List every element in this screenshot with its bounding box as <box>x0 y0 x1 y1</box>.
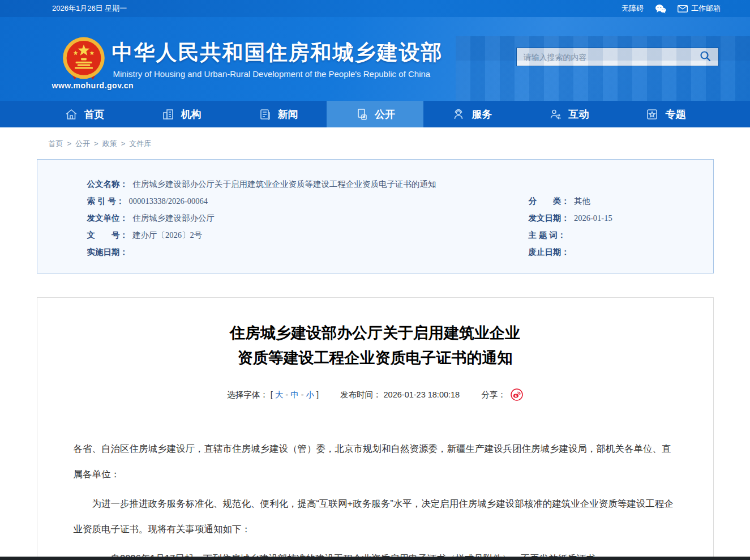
meta-label: 分 类： <box>529 193 570 210</box>
meta-issuing-unit: 发文单位： 住房城乡建设部办公厅 <box>87 210 529 226</box>
publish-time-label: 发布时间： <box>340 390 382 400</box>
publish-time-group: 发布时间： 2026-01-23 18:00:18 <box>340 390 460 400</box>
font-size-small-link[interactable]: 小 <box>306 390 315 400</box>
work-mailbox-link[interactable]: 工作邮箱 <box>678 3 721 14</box>
document-metadata-panel: 公文名称： 住房城乡建设部办公厅关于启用建筑业企业资质等建设工程企业资质电子证书… <box>37 159 714 273</box>
home-icon <box>65 108 78 121</box>
breadcrumb-separator: > <box>121 139 126 148</box>
service-icon <box>452 108 465 121</box>
meta-subject-words: 主 题 词： <box>529 226 713 243</box>
breadcrumb-separator: > <box>67 139 72 148</box>
meta-label: 公文名称： <box>87 176 128 193</box>
nav-label: 机构 <box>181 108 202 121</box>
topic-icon <box>645 108 659 121</box>
nav-label: 公开 <box>375 108 395 121</box>
paragraph-salutation: 各省、自治区住房城乡建设厅，直辖市住房城乡建设（管）委，北京市规划和自然资源委，… <box>74 436 677 487</box>
article-title: 住房城乡建设部办公厅关于启用建筑业企业 资质等建设工程企业资质电子证书的通知 <box>74 320 677 370</box>
font-size-label: 选择字体： <box>227 390 268 400</box>
breadcrumb-separator: > <box>94 139 98 148</box>
top-utility-bar: 2026年1月26日 星期一 无障碍 工作邮箱 <box>0 0 750 17</box>
nav-label: 新闻 <box>278 108 298 121</box>
search-input[interactable] <box>517 48 692 66</box>
meta-issue-date: 发文日期： 2026-01-15 <box>529 210 713 226</box>
wechat-icon[interactable] <box>655 4 666 14</box>
nav-item-disclosure[interactable]: 公开 <box>327 101 423 127</box>
share-label: 分享： <box>481 390 506 400</box>
meta-label: 索 引 号： <box>87 193 125 210</box>
weibo-icon[interactable] <box>511 388 523 401</box>
font-size-separator: - <box>285 390 288 399</box>
meta-effective-date: 实施日期： <box>87 243 529 260</box>
meta-value: 其他 <box>574 193 590 210</box>
meta-doc-number: 文 号： 建办厅〔2026〕2号 <box>87 226 529 243</box>
news-icon <box>258 108 272 121</box>
site-title: 中华人民共和国住房和城乡建设部 <box>112 39 443 67</box>
footer-edge <box>0 557 750 560</box>
article-title-line1: 住房城乡建设部办公厅关于启用建筑业企业 <box>74 320 677 345</box>
interaction-icon <box>548 108 562 121</box>
article-meta-row: 选择字体： [ 大 - 中 - 小 ] 发布时间： 2026-01-23 18:… <box>74 388 677 401</box>
national-emblem <box>61 36 106 82</box>
breadcrumb-file-library[interactable]: 文件库 <box>129 139 151 148</box>
work-mailbox-label: 工作邮箱 <box>691 3 721 14</box>
breadcrumb-home[interactable]: 首页 <box>49 139 63 148</box>
breadcrumb-disclosure[interactable]: 公开 <box>75 139 90 148</box>
nav-item-news[interactable]: 新闻 <box>230 101 327 127</box>
font-size-medium-link[interactable]: 中 <box>290 390 299 400</box>
disclosure-icon <box>355 108 368 121</box>
bracket-close: ] <box>316 390 319 399</box>
nav-item-interaction[interactable]: 互动 <box>520 101 617 127</box>
meta-label: 文 号： <box>87 226 128 243</box>
meta-label: 发文单位： <box>87 210 128 226</box>
site-title-english: Ministry of Housing and Urban-Rural Deve… <box>113 69 431 79</box>
current-date: 2026年1月26日 星期一 <box>52 3 127 14</box>
share-group: 分享： <box>481 388 523 401</box>
meta-value: 建办厅〔2026〕2号 <box>132 226 202 243</box>
nav-label: 互动 <box>568 108 589 121</box>
meta-value: 住房城乡建设部办公厅 <box>132 210 215 226</box>
nav-item-services[interactable]: 服务 <box>423 101 520 127</box>
font-size-large-link[interactable]: 大 <box>275 390 284 400</box>
publish-time-value: 2026-01-23 18:00:18 <box>384 390 460 399</box>
nav-item-topics[interactable]: 专题 <box>617 101 714 127</box>
search-icon <box>700 50 711 63</box>
article-body: 各省、自治区住房城乡建设厅，直辖市住房城乡建设（管）委，北京市规划和自然资源委，… <box>74 436 677 560</box>
article-title-line2: 资质等建设工程企业资质电子证书的通知 <box>74 345 677 370</box>
main-nav: 首页 机构 新闻 <box>0 101 750 127</box>
bracket-open: [ <box>271 390 273 399</box>
meta-index-number: 索 引 号： 000013338/2026-00064 <box>87 193 529 210</box>
article-panel: 住房城乡建设部办公厅关于启用建筑业企业 资质等建设工程企业资质电子证书的通知 选… <box>37 297 714 560</box>
breadcrumb-policy[interactable]: 政策 <box>102 139 117 148</box>
nav-item-home[interactable]: 首页 <box>36 101 133 127</box>
meta-value: 000013338/2026-00064 <box>129 193 208 210</box>
building-icon <box>161 108 175 121</box>
site-header: www.mohurd.gov.cn 中华人民共和国住房和城乡建设部 Minist… <box>0 17 750 101</box>
breadcrumb: 首页>公开>政策>文件库 <box>36 139 714 149</box>
meta-label: 废止日期： <box>529 243 570 260</box>
search-button[interactable] <box>692 48 718 66</box>
nav-label: 专题 <box>665 108 685 121</box>
meta-label: 发文日期： <box>529 210 570 226</box>
meta-label: 实施日期： <box>87 243 128 260</box>
meta-repeal-date: 废止日期： <box>529 243 713 260</box>
meta-category: 分 类： 其他 <box>529 193 713 210</box>
nav-label: 首页 <box>84 108 105 121</box>
paragraph-intro: 为进一步推进政务服务标准化、规范化、便利化，提高“互联网+政务服务”水平，决定启… <box>74 491 677 542</box>
meta-value: 住房城乡建设部办公厅关于启用建筑业企业资质等建设工程企业资质电子证书的通知 <box>132 176 436 193</box>
nav-item-organization[interactable]: 机构 <box>133 101 230 127</box>
mail-icon <box>678 5 688 12</box>
site-url: www.mohurd.gov.cn <box>52 81 134 90</box>
nav-label: 服务 <box>472 108 492 121</box>
meta-doc-title: 公文名称： 住房城乡建设部办公厅关于启用建筑业企业资质等建设工程企业资质电子证书… <box>87 176 436 193</box>
meta-value: 2026-01-15 <box>574 210 612 226</box>
site-search <box>516 48 719 66</box>
accessibility-link[interactable]: 无障碍 <box>622 3 644 14</box>
font-size-selector: 选择字体： [ 大 - 中 - 小 ] <box>227 390 319 400</box>
font-size-separator: - <box>301 390 304 399</box>
meta-label: 主 题 词： <box>529 226 566 243</box>
accessibility-label: 无障碍 <box>622 3 644 14</box>
